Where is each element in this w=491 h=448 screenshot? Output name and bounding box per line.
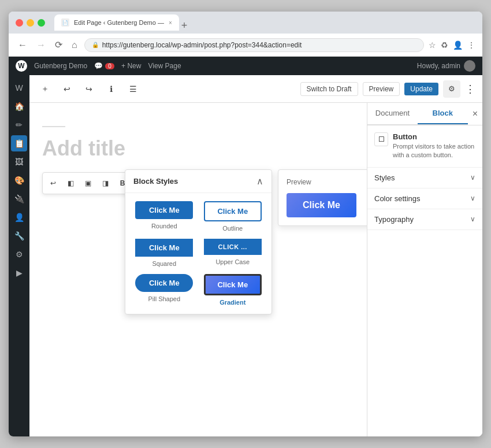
sidebar-item-settings[interactable]: ⚙: [11, 246, 27, 262]
new-label: + New: [121, 62, 141, 70]
tab-block[interactable]: Block: [418, 103, 468, 124]
editor-toolbar: ＋ ↩ ↪ ℹ ☰ Switch to Draft Preview Update…: [29, 75, 482, 103]
align-center-button[interactable]: ▣: [80, 175, 96, 191]
block-info: ☐ Button Prompt visitors to take action …: [367, 125, 482, 168]
redo-button[interactable]: ↪: [80, 80, 98, 98]
style-button-squared[interactable]: Click Me: [135, 239, 193, 257]
sidebar-close-button[interactable]: ×: [468, 104, 482, 124]
settings-toggle-button[interactable]: ⚙: [443, 80, 460, 98]
right-sidebar: Document Block × ☐ Button Promp: [367, 103, 482, 436]
info-button[interactable]: ℹ: [102, 80, 120, 98]
new-item-link[interactable]: + New: [121, 62, 141, 70]
typography-chevron-icon: ∨: [470, 215, 475, 223]
style-label-squared: Squared: [152, 260, 176, 267]
style-button-uppercase[interactable]: CLICK ...: [204, 239, 262, 255]
tab-favicon: 📄: [61, 18, 69, 27]
block-styles-popup: Block Styles ∧ Click Me Rounded: [125, 169, 272, 314]
preview-click-me-button[interactable]: Click Me: [287, 193, 356, 217]
style-label-pill: Pill Shaped: [148, 295, 180, 302]
star-button[interactable]: ☆: [429, 40, 436, 50]
block-styles-close-button[interactable]: ∧: [256, 176, 263, 187]
window-controls: [16, 19, 45, 27]
style-item-uppercase: CLICK ... Upper Case: [202, 239, 264, 267]
comments-link[interactable]: 💬 0: [94, 62, 114, 70]
sidebar-section-color[interactable]: Color settings ∨: [367, 188, 482, 209]
menu-button[interactable]: ⋮: [467, 40, 475, 50]
style-item-outline: Click Me Outline: [202, 201, 264, 232]
window-minimize-button[interactable]: [27, 19, 34, 27]
style-button-gradient[interactable]: Click Me: [204, 274, 262, 295]
style-label-outline: Outline: [222, 225, 243, 232]
undo-button[interactable]: ↩: [58, 80, 76, 98]
editor-title-placeholder[interactable]: Add title: [42, 136, 354, 161]
align-right-button[interactable]: ◨: [97, 175, 113, 191]
style-label-gradient: Gradient: [220, 299, 246, 306]
home-button[interactable]: ⌂: [69, 39, 80, 51]
sidebar-item-pages[interactable]: 📋: [11, 135, 27, 151]
sidebar-item-tools[interactable]: 🔧: [11, 228, 27, 244]
preview-button[interactable]: Preview: [363, 82, 400, 96]
sidebar-item-wp[interactable]: W: [11, 80, 27, 96]
block-transform-button[interactable]: ↩: [45, 175, 61, 191]
tab-close-icon[interactable]: ×: [169, 20, 172, 26]
refresh-button[interactable]: ♻: [441, 40, 448, 50]
switch-to-draft-button[interactable]: Switch to Draft: [300, 82, 358, 96]
more-options-button[interactable]: ⋮: [465, 83, 475, 95]
address-bar: ← → ⟳ ⌂ 🔒 https://gutenberg.local/wp-adm…: [9, 34, 482, 57]
site-name-link[interactable]: Gutenberg Demo: [34, 62, 87, 70]
url-field[interactable]: 🔒 https://gutenberg.local/wp-admin/post.…: [84, 38, 424, 52]
site-name-text: Gutenberg Demo: [34, 62, 87, 70]
style-button-outline[interactable]: Click Me: [204, 201, 262, 221]
window-close-button[interactable]: [16, 19, 23, 27]
sidebar-item-plugins[interactable]: 🔌: [11, 191, 27, 207]
sidebar-section-styles[interactable]: Styles ∨: [367, 168, 482, 188]
align-left-button[interactable]: ◧: [62, 175, 79, 191]
list-view-button[interactable]: ☰: [124, 80, 142, 98]
browser-action-buttons: ☆ ♻ 👤 ⋮: [429, 40, 475, 50]
profile-button[interactable]: 👤: [453, 40, 463, 50]
sidebar-item-users[interactable]: 👤: [11, 209, 27, 225]
window-maximize-button[interactable]: [38, 19, 45, 27]
wp-sidebar: W 🏠 ✏ 📋 🖼 🎨 🔌 👤 🔧 ⚙ ▶: [9, 75, 29, 436]
sidebar-item-collapse[interactable]: ▶: [11, 265, 27, 281]
browser-titlebar: 📄 Edit Page ‹ Gutenberg Demo — × +: [9, 12, 482, 34]
style-button-pill[interactable]: Click Me: [135, 274, 193, 292]
style-button-rounded[interactable]: Click Me: [135, 201, 193, 219]
style-item-squared: Click Me Squared: [133, 239, 195, 267]
forward-button[interactable]: →: [34, 39, 48, 51]
lock-icon: 🔒: [92, 42, 99, 48]
style-item-gradient: Click Me Gradient: [202, 274, 264, 306]
wp-admin: W Gutenberg Demo 💬 0 + New View Page How…: [9, 57, 482, 436]
sidebar-item-media[interactable]: 🖼: [11, 154, 27, 170]
sidebar-item-dashboard[interactable]: 🏠: [11, 98, 27, 114]
editor-separator: [42, 126, 65, 127]
sidebar-item-posts[interactable]: ✏: [11, 117, 27, 133]
add-block-button[interactable]: ＋: [36, 80, 54, 98]
sidebar-section-typography[interactable]: Typography ∨: [367, 209, 482, 230]
admin-bar: W Gutenberg Demo 💬 0 + New View Page How…: [9, 57, 482, 75]
block-styles-title: Block Styles: [133, 177, 178, 186]
new-tab-button[interactable]: +: [181, 20, 188, 31]
update-button[interactable]: Update: [404, 83, 438, 95]
preview-area: Preview Click Me: [278, 169, 367, 226]
url-text: https://gutenberg.local/wp-admin/post.ph…: [102, 41, 302, 49]
color-settings-label: Color settings: [374, 194, 420, 203]
editor-layout: W 🏠 ✏ 📋 🖼 🎨 🔌 👤 🔧 ⚙ ▶ ＋ ↩ ↪ ℹ: [9, 75, 482, 436]
browser-tabs: 📄 Edit Page ‹ Gutenberg Demo — × +: [54, 14, 187, 31]
tab-document[interactable]: Document: [367, 103, 418, 124]
sidebar-tabs-row: Document Block ×: [367, 103, 482, 125]
block-name: Button: [393, 132, 475, 141]
sidebar-item-appearance[interactable]: 🎨: [11, 172, 27, 188]
view-page-link[interactable]: View Page: [148, 62, 181, 70]
style-item-rounded: Click Me Rounded: [133, 201, 195, 232]
wp-logo: W: [16, 60, 27, 72]
style-label-rounded: Rounded: [151, 223, 177, 229]
style-item-pill: Click Me Pill Shaped: [133, 274, 195, 306]
block-icon: ☐: [374, 132, 388, 146]
editor-main[interactable]: Add title ↩ ◧ ▣ ◨ B I ABC ⋮: [29, 103, 367, 436]
back-button[interactable]: ←: [16, 39, 29, 51]
reload-button[interactable]: ⟳: [53, 38, 65, 51]
style-label-uppercase: Upper Case: [215, 258, 250, 265]
active-tab[interactable]: 📄 Edit Page ‹ Gutenberg Demo — ×: [54, 14, 179, 31]
admin-avatar: [464, 60, 475, 72]
